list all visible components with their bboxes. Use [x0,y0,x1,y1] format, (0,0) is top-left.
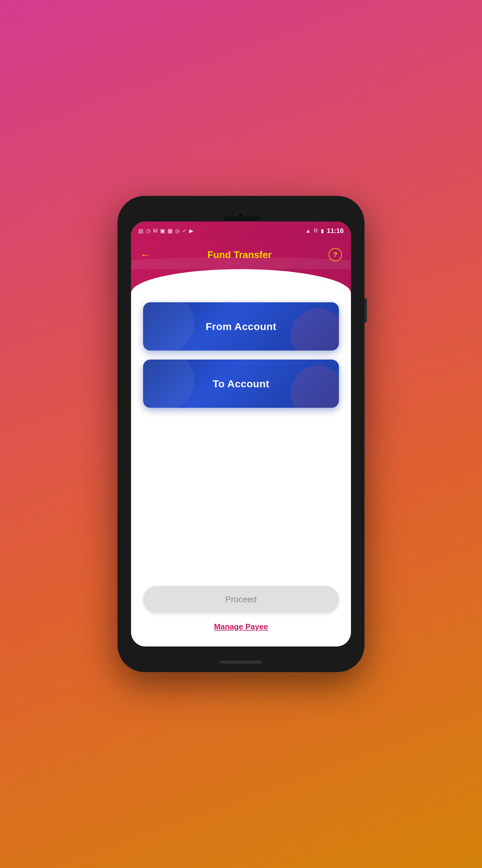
status-time: 11:16 [327,227,344,235]
proceed-label: Proceed [225,595,257,604]
app-bar: ← Fund Transfer ? [131,240,351,269]
wave-decoration [131,269,351,293]
manage-payee-link[interactable]: Manage Payee [214,622,268,631]
status-icons-right: ▲ R ▮ 11:16 [306,227,344,235]
buttons-section: From Account To Account [131,293,351,408]
back-button[interactable]: ← [140,249,150,261]
phone-home-indicator [220,661,262,664]
circle-icon: ◎ [175,227,180,234]
proceed-button[interactable]: Proceed [143,586,339,613]
clock-icon: ◷ [146,227,151,234]
bottom-section: Proceed Manage Payee [131,586,351,647]
to-account-button[interactable]: To Account [143,360,339,408]
play-icon: ▶ [189,227,193,234]
wifi-icon: ▲ [306,228,311,234]
check-icon: ✓ [182,227,187,234]
from-account-label: From Account [205,321,276,333]
from-account-button[interactable]: From Account [143,302,339,350]
phone-speaker [223,216,259,221]
phone-screen: ▤ ◷ M ▣ ▦ ◎ ✓ ▶ ▲ R ▮ 11:16 ← Fund Trans… [131,221,351,647]
main-content: From Account To Account Proceed Manage P… [131,293,351,647]
to-account-label: To Account [213,378,269,390]
battery-icon: ▮ [321,227,324,234]
calendar-icon: ▦ [167,227,172,234]
msg-icon: ▤ [138,227,143,234]
page-title: Fund Transfer [207,249,271,260]
image-icon: ▣ [160,227,165,234]
gmail-icon: M [153,228,158,234]
status-icons-left: ▤ ◷ M ▣ ▦ ◎ ✓ ▶ [138,227,193,234]
help-button[interactable]: ? [329,248,342,261]
signal-icon: R [314,228,318,234]
side-button-right [364,299,367,322]
phone-outer: ▤ ◷ M ▣ ▦ ◎ ✓ ▶ ▲ R ▮ 11:16 ← Fund Trans… [118,196,364,672]
status-bar: ▤ ◷ M ▣ ▦ ◎ ✓ ▶ ▲ R ▮ 11:16 [131,221,351,240]
